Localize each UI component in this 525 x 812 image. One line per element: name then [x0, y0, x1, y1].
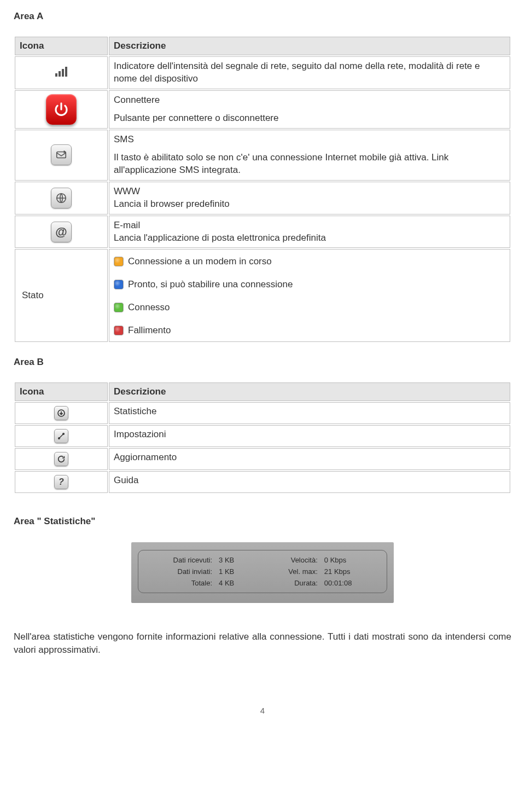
- stats-received-label: Dati ricevuti:: [148, 556, 212, 564]
- col-icon-b: Icona: [15, 382, 108, 401]
- status-dot-connected-icon: [114, 303, 124, 312]
- stats-total-value: 4 KB: [217, 579, 259, 587]
- signal-desc: Indicatore dell'intensità del segnale di…: [114, 60, 505, 85]
- col-desc-b: Descrizione: [109, 382, 510, 401]
- tools-icon: [54, 429, 68, 443]
- connect-title: Connettere: [114, 94, 505, 107]
- at-icon: @: [51, 222, 72, 242]
- stato-label: Stato: [15, 249, 108, 342]
- row-connect: Connettere Pulsante per connettere o dis…: [15, 90, 510, 129]
- stats-sent-value: 1 KB: [217, 567, 259, 576]
- refresh-icon: [54, 452, 68, 466]
- status-dot-failed-icon: [114, 326, 124, 335]
- area-a-heading: Area A: [14, 11, 511, 22]
- stats-maxspeed-value: 21 Kbps: [322, 567, 377, 576]
- sms-title: SMS: [114, 134, 505, 146]
- stats-duration-label: Durata:: [264, 579, 318, 587]
- connect-desc: Pulsante per connettere o disconnettere: [114, 112, 505, 125]
- www-title: WWW: [114, 186, 140, 196]
- power-icon: [46, 94, 77, 125]
- area-b-heading: Area B: [14, 357, 511, 368]
- status-dot-connecting-icon: [114, 257, 124, 266]
- row-help: ? Guida: [15, 471, 510, 493]
- col-desc: Descrizione: [109, 37, 510, 55]
- email-desc: Lancia l'applicazione di posta elettroni…: [114, 233, 326, 243]
- stats-speed-value: 0 Kbps: [322, 556, 377, 564]
- stats-speed-label: Velocità:: [264, 556, 318, 564]
- status-connecting: Connessione a un modem in corso: [128, 256, 272, 267]
- stats-sent-label: Dati inviati:: [148, 567, 212, 576]
- row-update: Aggiornamento: [15, 448, 510, 470]
- stats-body-text: Nell'area statistiche vengono fornite in…: [14, 630, 511, 657]
- stats-duration-value: 00:01:08: [322, 579, 377, 587]
- status-ready: Pronto, si può stabilire una connessione: [128, 279, 293, 290]
- row-www: WWW Lancia il browser predefinito: [15, 182, 510, 214]
- area-b-table: Icona Descrizione Statistiche: [14, 381, 511, 494]
- status-failed: Fallimento: [128, 325, 171, 336]
- signal-icon: [55, 66, 67, 77]
- settings-desc: Impostazioni: [109, 425, 510, 447]
- stats-desc: Statistiche: [109, 402, 510, 424]
- download-arrow-icon: [54, 406, 68, 420]
- www-desc: Lancia il browser predefinito: [114, 199, 230, 209]
- help-desc: Guida: [109, 471, 510, 493]
- update-desc: Aggiornamento: [109, 448, 510, 470]
- sms-desc: Il tasto è abilitato solo se non c'e' un…: [114, 152, 505, 177]
- area-stats-heading: Area " Statistiche": [14, 516, 511, 527]
- sms-icon: [51, 144, 72, 165]
- stats-maxspeed-label: Vel. max:: [264, 567, 318, 576]
- status-dot-ready-icon: [114, 280, 124, 289]
- page-number: 4: [14, 706, 511, 715]
- question-icon: ?: [54, 475, 68, 489]
- col-icon: Icona: [15, 37, 108, 55]
- area-a-table: Icona Descrizione Indicatore dell'intens…: [14, 36, 511, 343]
- row-stato: Stato Connessione a un modem in corso Pr…: [15, 249, 510, 342]
- status-connected: Connesso: [128, 302, 170, 313]
- row-signal: Indicatore dell'intensità del segnale di…: [15, 56, 510, 89]
- row-email: @ E-mail Lancia l'applicazione di posta …: [15, 216, 510, 248]
- row-stats: Statistiche: [15, 402, 510, 424]
- globe-icon: [51, 188, 72, 208]
- stats-panel: Dati ricevuti: 3 KB Velocità: 0 Kbps Dat…: [131, 542, 394, 603]
- row-settings: Impostazioni: [15, 425, 510, 447]
- email-title: E-mail: [114, 220, 140, 230]
- stats-total-label: Totale:: [148, 579, 212, 587]
- stats-received-value: 3 KB: [217, 556, 259, 564]
- row-sms: SMS Il tasto è abilitato solo se non c'e…: [15, 130, 510, 181]
